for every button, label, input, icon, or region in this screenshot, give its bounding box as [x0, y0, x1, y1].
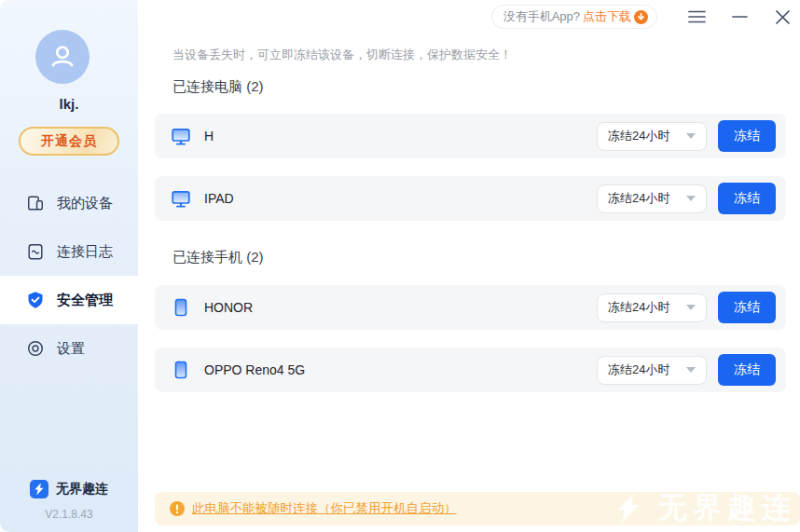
sidebar-menu: 我的设备 连接日志 安全管理 — [0, 179, 138, 373]
minimize-button[interactable] — [730, 7, 749, 26]
person-icon — [46, 40, 79, 74]
device-name: HONOR — [204, 300, 253, 315]
phone-icon — [171, 297, 191, 318]
app-logo-icon — [30, 480, 48, 498]
app-version: V2.1.8.43 — [0, 508, 138, 521]
security-description: 当设备丢失时，可立即冻结该设备，切断连接，保护数据安全！ — [172, 47, 512, 63]
sidebar-item-connection-log[interactable]: 连接日志 — [0, 227, 138, 276]
freeze-button[interactable]: 冻结 — [718, 120, 776, 152]
device-row: IPAD 冻结24小时 冻结 — [155, 176, 786, 221]
computer-icon — [171, 126, 191, 146]
freeze-duration-select[interactable]: 冻结24小时 — [597, 122, 707, 151]
sidebar-item-my-devices[interactable]: 我的设备 — [0, 179, 138, 227]
sidebar-item-security[interactable]: 安全管理 — [0, 276, 138, 324]
warning-icon — [170, 501, 185, 516]
device-row: H 冻结24小时 冻结 — [155, 114, 786, 158]
computer-icon — [171, 188, 191, 209]
freeze-duration-value: 冻结24小时 — [608, 128, 669, 144]
freeze-duration-select[interactable]: 冻结24小时 — [597, 356, 707, 385]
chevron-down-icon — [686, 196, 696, 201]
device-name: IPAD — [204, 191, 234, 206]
vip-upgrade-button[interactable]: 开通会员 — [19, 127, 119, 156]
autostart-warning-link[interactable]: 此电脑不能被随时连接（你已禁用开机自启动） — [192, 500, 457, 517]
freeze-button[interactable]: 冻结 — [718, 354, 776, 386]
hamburger-menu-icon[interactable] — [687, 7, 706, 26]
device-name: OPPO Reno4 5G — [204, 362, 305, 377]
freeze-button[interactable]: 冻结 — [718, 183, 776, 214]
close-button[interactable] — [773, 7, 792, 26]
main-area: 没有手机App? 点击下载 — [138, 0, 800, 532]
devices-icon — [26, 194, 45, 212]
section-title-phones: 已连接手机 (2) — [172, 249, 264, 266]
sidebar-item-label: 我的设备 — [57, 195, 113, 212]
freeze-duration-value: 冻结24小时 — [608, 299, 669, 316]
sidebar-item-label: 安全管理 — [57, 292, 113, 309]
chevron-down-icon — [686, 367, 696, 373]
autostart-warning-bar: 此电脑不能被随时连接（你已禁用开机自启动） — [155, 492, 800, 525]
download-pill-question: 没有手机App? — [503, 8, 580, 25]
app-name: 无界趣连 — [56, 481, 108, 498]
sidebar-item-label: 设置 — [57, 340, 85, 358]
shield-check-icon — [26, 291, 45, 309]
log-icon — [26, 242, 45, 261]
chevron-down-icon — [686, 305, 696, 310]
download-icon — [634, 10, 648, 24]
title-bar: 没有手机App? 点击下载 — [491, 5, 792, 29]
freeze-duration-value: 冻结24小时 — [608, 190, 669, 207]
sidebar-footer: 无界趣连 V2.1.8.43 — [0, 480, 138, 521]
app-window: lkj. 开通会员 我的设备 连接日志 — [0, 0, 800, 532]
sidebar-item-label: 连接日志 — [57, 243, 113, 261]
device-row: HONOR 冻结24小时 冻结 — [155, 285, 786, 330]
section-title-computers: 已连接电脑 (2) — [172, 78, 264, 96]
phone-icon — [171, 360, 191, 380]
username: lkj. — [0, 96, 138, 112]
freeze-duration-select[interactable]: 冻结24小时 — [597, 293, 707, 322]
device-row: OPPO Reno4 5G 冻结24小时 冻结 — [155, 348, 786, 392]
device-name: H — [204, 129, 214, 143]
freeze-duration-select[interactable]: 冻结24小时 — [597, 184, 707, 213]
user-avatar[interactable] — [35, 30, 90, 84]
chevron-down-icon — [686, 133, 696, 139]
settings-icon — [26, 339, 45, 358]
freeze-duration-value: 冻结24小时 — [608, 361, 669, 378]
sidebar-item-settings[interactable]: 设置 — [0, 324, 138, 373]
download-pill-action: 点击下载 — [583, 8, 631, 25]
freeze-button[interactable]: 冻结 — [718, 292, 776, 323]
download-app-button[interactable]: 没有手机App? 点击下载 — [491, 5, 657, 29]
sidebar: lkj. 开通会员 我的设备 连接日志 — [0, 0, 138, 532]
